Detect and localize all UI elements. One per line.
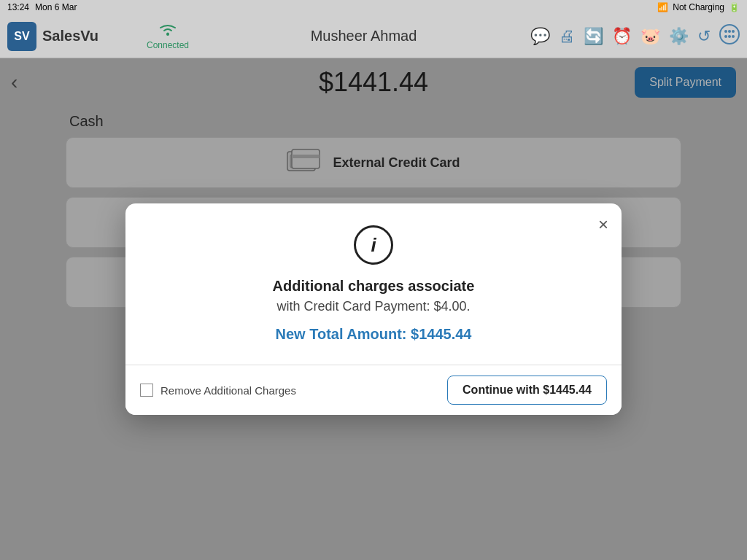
modal-top: × i Additional charges associate with Cr… — [125, 203, 622, 365]
info-icon: i — [354, 225, 393, 265]
modal-new-total: New Total Amount: $1445.44 — [155, 326, 592, 343]
status-bar: 13:24 Mon 6 Mar 📶 Not Charging 🔋 — [0, 0, 747, 15]
connection-status: Connected — [139, 22, 197, 50]
svg-point-0 — [166, 33, 169, 36]
svg-point-3 — [728, 30, 731, 33]
svg-point-6 — [728, 35, 731, 38]
savings-icon[interactable]: 🐷 — [640, 27, 660, 46]
svg-point-2 — [724, 30, 727, 33]
svg-point-1 — [720, 25, 739, 44]
settings-icon[interactable]: ⚙️ — [669, 27, 689, 46]
header: SV SalesVu Connected Musheer Ahmad 💬 🖨 🔄… — [0, 15, 747, 58]
time: 13:24 — [7, 2, 29, 12]
alarm-icon[interactable]: ⏰ — [612, 27, 632, 46]
svg-point-7 — [732, 35, 735, 38]
connected-label: Connected — [147, 40, 189, 50]
header-user: Musheer Ahmad — [197, 28, 530, 44]
app-name: SalesVu — [42, 28, 98, 44]
svg-point-4 — [732, 30, 735, 33]
menu-icon[interactable] — [719, 24, 740, 49]
continue-button[interactable]: Continue with $1445.44 — [447, 376, 607, 405]
modal-footer: Remove Additional Charges Continue with … — [125, 365, 622, 415]
status-left: 13:24 Mon 6 Mar — [7, 2, 77, 12]
logo-section: SV SalesVu — [7, 22, 124, 51]
modal-dialog: × i Additional charges associate with Cr… — [125, 203, 622, 415]
wifi-signal-icon — [157, 22, 179, 40]
remove-charges-checkbox[interactable] — [140, 384, 153, 397]
battery-icon: 🔋 — [729, 2, 740, 12]
modal-body: i Additional charges associate with Cred… — [125, 203, 622, 365]
printer-icon[interactable]: 🖨 — [559, 27, 575, 46]
modal-title: Additional charges associate — [155, 278, 592, 295]
remove-charges-row: Remove Additional Charges — [140, 384, 296, 397]
modal-overlay: × i Additional charges associate with Cr… — [0, 58, 747, 560]
wifi-icon: 📶 — [657, 2, 668, 12]
swap-icon[interactable]: 🔄 — [584, 27, 603, 46]
battery-status: Not Charging — [673, 2, 724, 12]
svg-point-5 — [724, 35, 727, 38]
modal-close-button[interactable]: × — [598, 214, 608, 235]
continue-label: Continue with — [462, 384, 543, 396]
sv-logo: SV — [7, 22, 36, 51]
chat-icon[interactable]: 💬 — [530, 27, 550, 46]
remove-charges-label: Remove Additional Charges — [160, 384, 296, 397]
continue-amount: $1445.44 — [543, 384, 592, 396]
main-content: ‹ $1441.44 Split Payment Cash External C… — [0, 58, 747, 560]
status-right: 📶 Not Charging 🔋 — [657, 2, 740, 12]
header-icons: 💬 🖨 🔄 ⏰ 🐷 ⚙️ ↺ — [530, 24, 740, 49]
modal-subtitle: with Credit Card Payment: $4.00. — [155, 299, 592, 314]
date: Mon 6 Mar — [35, 2, 77, 12]
reload-icon[interactable]: ↺ — [697, 27, 711, 46]
